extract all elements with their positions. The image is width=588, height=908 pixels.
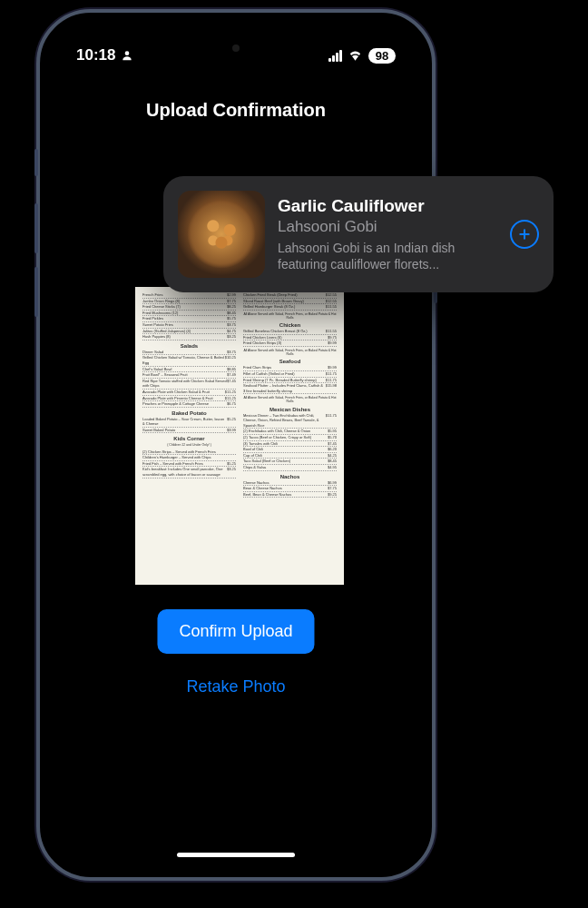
- dynamic-island: [181, 35, 290, 62]
- phone-frame: 10:18 98 Upload Confirmation French Frie…: [36, 9, 436, 881]
- volume-down-button: [34, 267, 38, 317]
- volume-up-button: [34, 203, 38, 253]
- retake-photo-button[interactable]: Retake Photo: [186, 677, 285, 696]
- dish-title: Garlic Cauliflower: [278, 196, 497, 216]
- add-dish-button[interactable]: [510, 220, 539, 249]
- plus-icon: [517, 227, 532, 242]
- home-indicator[interactable]: [177, 853, 295, 857]
- dish-description: Lahsooni Gobi is an Indian dish featurin…: [278, 240, 497, 272]
- mute-switch: [34, 149, 38, 176]
- status-time: 10:18: [76, 46, 115, 64]
- dish-suggestion-card[interactable]: Garlic Cauliflower Lahsooni Gobi Lahsoon…: [163, 176, 554, 292]
- svg-point-0: [125, 51, 130, 55]
- battery-indicator: 98: [368, 48, 396, 64]
- cellular-icon: [328, 50, 342, 62]
- person-icon: [121, 49, 133, 62]
- wifi-icon: [348, 50, 363, 61]
- confirm-upload-button[interactable]: Confirm Upload: [157, 609, 314, 654]
- uploaded-photo-preview: French Fries$2.99Jumbo Onion Rings (8)$7…: [135, 287, 344, 585]
- phone-screen: 10:18 98 Upload Confirmation French Frie…: [51, 24, 421, 866]
- page-title: Upload Confirmation: [51, 100, 421, 121]
- dish-thumbnail: [178, 191, 265, 278]
- dish-subtitle: Lahsooni Gobi: [278, 218, 497, 236]
